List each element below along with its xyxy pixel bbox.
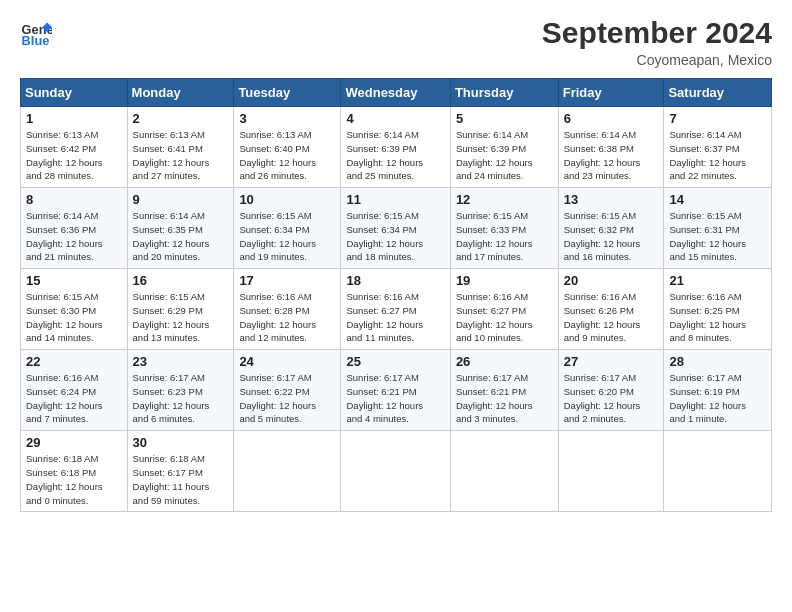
day-info: Sunrise: 6:15 AM Sunset: 6:32 PM Dayligh…: [564, 209, 659, 264]
day-info: Sunrise: 6:15 AM Sunset: 6:31 PM Dayligh…: [669, 209, 766, 264]
calendar-cell: 13Sunrise: 6:15 AM Sunset: 6:32 PM Dayli…: [558, 188, 664, 269]
calendar-cell: 8Sunrise: 6:14 AM Sunset: 6:36 PM Daylig…: [21, 188, 128, 269]
title-block: September 2024 Coyomeapan, Mexico: [542, 16, 772, 68]
day-info: Sunrise: 6:16 AM Sunset: 6:27 PM Dayligh…: [346, 290, 444, 345]
calendar-cell: 17Sunrise: 6:16 AM Sunset: 6:28 PM Dayli…: [234, 269, 341, 350]
calendar-cell: 18Sunrise: 6:16 AM Sunset: 6:27 PM Dayli…: [341, 269, 450, 350]
day-info: Sunrise: 6:15 AM Sunset: 6:30 PM Dayligh…: [26, 290, 122, 345]
day-info: Sunrise: 6:18 AM Sunset: 6:18 PM Dayligh…: [26, 452, 122, 507]
calendar-cell: [450, 431, 558, 512]
day-info: Sunrise: 6:15 AM Sunset: 6:34 PM Dayligh…: [346, 209, 444, 264]
calendar-cell: 24Sunrise: 6:17 AM Sunset: 6:22 PM Dayli…: [234, 350, 341, 431]
day-info: Sunrise: 6:16 AM Sunset: 6:24 PM Dayligh…: [26, 371, 122, 426]
day-info: Sunrise: 6:14 AM Sunset: 6:37 PM Dayligh…: [669, 128, 766, 183]
calendar-cell: 25Sunrise: 6:17 AM Sunset: 6:21 PM Dayli…: [341, 350, 450, 431]
header: General Blue September 2024 Coyomeapan, …: [20, 16, 772, 68]
calendar-cell: 11Sunrise: 6:15 AM Sunset: 6:34 PM Dayli…: [341, 188, 450, 269]
calendar-week-5: 29Sunrise: 6:18 AM Sunset: 6:18 PM Dayli…: [21, 431, 772, 512]
day-info: Sunrise: 6:15 AM Sunset: 6:34 PM Dayligh…: [239, 209, 335, 264]
day-number: 8: [26, 192, 122, 207]
calendar-cell: 4Sunrise: 6:14 AM Sunset: 6:39 PM Daylig…: [341, 107, 450, 188]
day-info: Sunrise: 6:13 AM Sunset: 6:40 PM Dayligh…: [239, 128, 335, 183]
day-number: 25: [346, 354, 444, 369]
calendar-cell: 5Sunrise: 6:14 AM Sunset: 6:39 PM Daylig…: [450, 107, 558, 188]
svg-text:Blue: Blue: [22, 33, 50, 48]
day-info: Sunrise: 6:15 AM Sunset: 6:33 PM Dayligh…: [456, 209, 553, 264]
day-number: 5: [456, 111, 553, 126]
calendar-cell: 16Sunrise: 6:15 AM Sunset: 6:29 PM Dayli…: [127, 269, 234, 350]
day-info: Sunrise: 6:13 AM Sunset: 6:41 PM Dayligh…: [133, 128, 229, 183]
logo: General Blue: [20, 16, 52, 48]
calendar-cell: 14Sunrise: 6:15 AM Sunset: 6:31 PM Dayli…: [664, 188, 772, 269]
calendar-cell: 30Sunrise: 6:18 AM Sunset: 6:17 PM Dayli…: [127, 431, 234, 512]
col-tuesday: Tuesday: [234, 79, 341, 107]
day-info: Sunrise: 6:17 AM Sunset: 6:22 PM Dayligh…: [239, 371, 335, 426]
col-saturday: Saturday: [664, 79, 772, 107]
day-info: Sunrise: 6:16 AM Sunset: 6:25 PM Dayligh…: [669, 290, 766, 345]
day-number: 29: [26, 435, 122, 450]
calendar-cell: 21Sunrise: 6:16 AM Sunset: 6:25 PM Dayli…: [664, 269, 772, 350]
day-number: 6: [564, 111, 659, 126]
calendar-cell: 26Sunrise: 6:17 AM Sunset: 6:21 PM Dayli…: [450, 350, 558, 431]
calendar-cell: 6Sunrise: 6:14 AM Sunset: 6:38 PM Daylig…: [558, 107, 664, 188]
calendar-cell: 28Sunrise: 6:17 AM Sunset: 6:19 PM Dayli…: [664, 350, 772, 431]
day-info: Sunrise: 6:17 AM Sunset: 6:21 PM Dayligh…: [346, 371, 444, 426]
day-number: 4: [346, 111, 444, 126]
day-info: Sunrise: 6:17 AM Sunset: 6:21 PM Dayligh…: [456, 371, 553, 426]
day-number: 27: [564, 354, 659, 369]
calendar-cell: [558, 431, 664, 512]
col-friday: Friday: [558, 79, 664, 107]
calendar-table: Sunday Monday Tuesday Wednesday Thursday…: [20, 78, 772, 512]
location-subtitle: Coyomeapan, Mexico: [542, 52, 772, 68]
calendar-cell: 19Sunrise: 6:16 AM Sunset: 6:27 PM Dayli…: [450, 269, 558, 350]
day-info: Sunrise: 6:14 AM Sunset: 6:38 PM Dayligh…: [564, 128, 659, 183]
calendar-cell: 3Sunrise: 6:13 AM Sunset: 6:40 PM Daylig…: [234, 107, 341, 188]
day-info: Sunrise: 6:16 AM Sunset: 6:27 PM Dayligh…: [456, 290, 553, 345]
day-info: Sunrise: 6:14 AM Sunset: 6:35 PM Dayligh…: [133, 209, 229, 264]
day-number: 26: [456, 354, 553, 369]
logo-icon: General Blue: [20, 16, 52, 48]
page: General Blue September 2024 Coyomeapan, …: [0, 0, 792, 524]
calendar-cell: 1Sunrise: 6:13 AM Sunset: 6:42 PM Daylig…: [21, 107, 128, 188]
calendar-cell: 29Sunrise: 6:18 AM Sunset: 6:18 PM Dayli…: [21, 431, 128, 512]
day-info: Sunrise: 6:17 AM Sunset: 6:23 PM Dayligh…: [133, 371, 229, 426]
day-number: 30: [133, 435, 229, 450]
calendar-cell: [664, 431, 772, 512]
day-number: 11: [346, 192, 444, 207]
day-number: 1: [26, 111, 122, 126]
day-info: Sunrise: 6:17 AM Sunset: 6:19 PM Dayligh…: [669, 371, 766, 426]
calendar-week-1: 1Sunrise: 6:13 AM Sunset: 6:42 PM Daylig…: [21, 107, 772, 188]
calendar-cell: 7Sunrise: 6:14 AM Sunset: 6:37 PM Daylig…: [664, 107, 772, 188]
calendar-cell: 2Sunrise: 6:13 AM Sunset: 6:41 PM Daylig…: [127, 107, 234, 188]
day-number: 15: [26, 273, 122, 288]
day-info: Sunrise: 6:15 AM Sunset: 6:29 PM Dayligh…: [133, 290, 229, 345]
calendar-week-2: 8Sunrise: 6:14 AM Sunset: 6:36 PM Daylig…: [21, 188, 772, 269]
day-number: 10: [239, 192, 335, 207]
day-info: Sunrise: 6:18 AM Sunset: 6:17 PM Dayligh…: [133, 452, 229, 507]
day-info: Sunrise: 6:14 AM Sunset: 6:39 PM Dayligh…: [346, 128, 444, 183]
calendar-week-4: 22Sunrise: 6:16 AM Sunset: 6:24 PM Dayli…: [21, 350, 772, 431]
calendar-cell: 20Sunrise: 6:16 AM Sunset: 6:26 PM Dayli…: [558, 269, 664, 350]
day-number: 13: [564, 192, 659, 207]
day-number: 16: [133, 273, 229, 288]
day-number: 23: [133, 354, 229, 369]
col-wednesday: Wednesday: [341, 79, 450, 107]
calendar-cell: 9Sunrise: 6:14 AM Sunset: 6:35 PM Daylig…: [127, 188, 234, 269]
day-number: 22: [26, 354, 122, 369]
calendar-cell: 15Sunrise: 6:15 AM Sunset: 6:30 PM Dayli…: [21, 269, 128, 350]
day-number: 3: [239, 111, 335, 126]
calendar-header-row: Sunday Monday Tuesday Wednesday Thursday…: [21, 79, 772, 107]
day-number: 18: [346, 273, 444, 288]
day-number: 12: [456, 192, 553, 207]
day-number: 14: [669, 192, 766, 207]
calendar-cell: 23Sunrise: 6:17 AM Sunset: 6:23 PM Dayli…: [127, 350, 234, 431]
day-number: 19: [456, 273, 553, 288]
day-info: Sunrise: 6:16 AM Sunset: 6:26 PM Dayligh…: [564, 290, 659, 345]
day-info: Sunrise: 6:14 AM Sunset: 6:36 PM Dayligh…: [26, 209, 122, 264]
col-thursday: Thursday: [450, 79, 558, 107]
calendar-cell: 22Sunrise: 6:16 AM Sunset: 6:24 PM Dayli…: [21, 350, 128, 431]
day-number: 28: [669, 354, 766, 369]
day-number: 20: [564, 273, 659, 288]
calendar-cell: 12Sunrise: 6:15 AM Sunset: 6:33 PM Dayli…: [450, 188, 558, 269]
calendar-cell: 10Sunrise: 6:15 AM Sunset: 6:34 PM Dayli…: [234, 188, 341, 269]
